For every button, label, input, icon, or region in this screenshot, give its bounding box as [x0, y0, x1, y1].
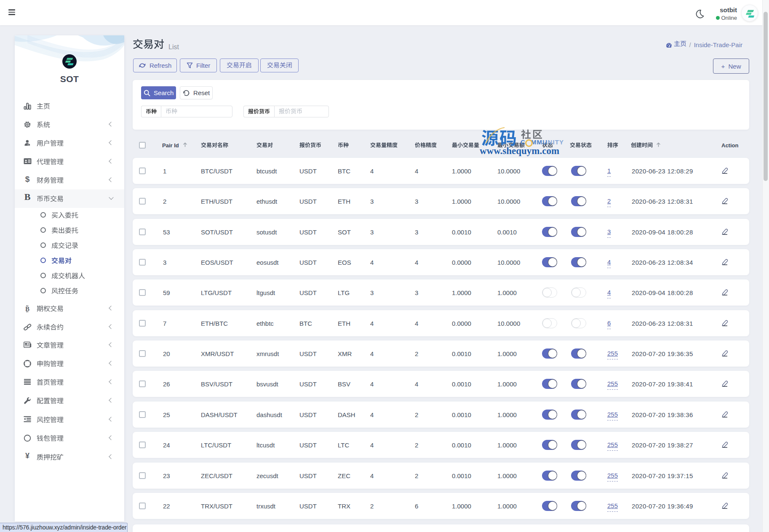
svg-text:B: B: [25, 306, 29, 312]
